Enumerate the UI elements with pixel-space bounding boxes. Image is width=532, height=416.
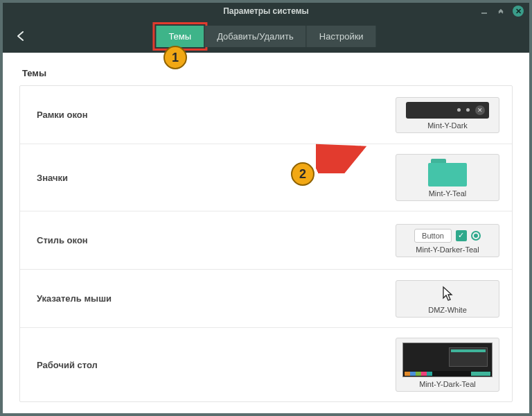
maximize-button[interactable] bbox=[496, 6, 506, 16]
row-desktop-label: Рабочий стол bbox=[37, 360, 98, 370]
svg-line-1 bbox=[319, 148, 362, 168]
window-title: Параметры системы bbox=[223, 6, 309, 16]
window-controls: ✕ bbox=[479, 6, 524, 17]
titlebar: Параметры системы ✕ bbox=[3, 3, 529, 19]
tab-settings[interactable]: Настройки bbox=[306, 26, 376, 47]
annotation-badge-2: 2 bbox=[291, 162, 314, 186]
row-controls: Стиль окон Button ✓ Mint-Y-Darker-Teal bbox=[20, 211, 512, 270]
row-desktop: Рабочий стол Mint-Y-Dark-Teal bbox=[20, 328, 512, 401]
annotation-badge-1-text: 1 bbox=[172, 51, 179, 65]
annotation-badge-2-text: 2 bbox=[299, 167, 306, 182]
row-icons: Значки Mint-Y-Teal bbox=[20, 144, 512, 211]
selector-desktop[interactable]: Mint-Y-Dark-Teal bbox=[396, 338, 499, 392]
annotation-arrow bbox=[316, 141, 371, 173]
controls-preview: Button ✓ bbox=[414, 229, 481, 243]
selector-icons-value: Mint-Y-Teal bbox=[429, 189, 467, 198]
desktop-preview bbox=[402, 343, 493, 377]
minimize-icon bbox=[457, 108, 461, 112]
back-button[interactable] bbox=[11, 26, 30, 46]
button-sample: Button bbox=[414, 229, 452, 243]
row-icons-label: Значки bbox=[37, 173, 68, 183]
selector-mouse-pointer[interactable]: DMZ-White bbox=[396, 280, 499, 318]
selector-icons[interactable]: Mint-Y-Teal bbox=[396, 154, 499, 201]
row-controls-label: Стиль окон bbox=[37, 235, 88, 245]
close-icon: ✕ bbox=[475, 105, 485, 115]
toolbar: Темы Добавить/Удалить Настройки bbox=[3, 19, 529, 53]
annotation-badge-1: 1 bbox=[163, 46, 187, 69]
tab-add-remove-label: Добавить/Удалить bbox=[217, 31, 294, 42]
settings-rows: Рамки окон ✕ Mint-Y-Dark Значки Min bbox=[19, 85, 513, 402]
minimize-button[interactable] bbox=[479, 6, 489, 16]
cursor-icon bbox=[441, 285, 454, 303]
selector-mouse-pointer-value: DMZ-White bbox=[428, 306, 467, 314]
selector-window-borders-value: Mint-Y-Dark bbox=[427, 121, 468, 130]
window-border-preview: ✕ bbox=[406, 102, 489, 119]
folder-icon bbox=[428, 159, 467, 187]
selector-window-borders[interactable]: ✕ Mint-Y-Dark bbox=[396, 97, 499, 133]
row-mouse-pointer-label: Указатель мыши bbox=[37, 293, 112, 304]
tab-themes[interactable]: Темы bbox=[156, 26, 204, 47]
tabs: Темы Добавить/Удалить Настройки bbox=[156, 26, 375, 47]
row-mouse-pointer: Указатель мыши DMZ-White bbox=[20, 270, 512, 328]
maximize-icon bbox=[466, 108, 470, 112]
content: Темы Рамки окон ✕ Mint-Y-Dark Значки bbox=[3, 53, 529, 413]
selector-controls[interactable]: Button ✓ Mint-Y-Darker-Teal bbox=[396, 224, 499, 257]
tab-add-remove[interactable]: Добавить/Удалить bbox=[204, 26, 306, 47]
selector-desktop-value: Mint-Y-Dark-Teal bbox=[419, 380, 476, 388]
selector-controls-value: Mint-Y-Darker-Teal bbox=[416, 245, 479, 254]
radio-icon bbox=[471, 231, 481, 241]
tab-themes-label: Темы bbox=[168, 31, 191, 42]
checkbox-icon: ✓ bbox=[456, 230, 467, 241]
tab-settings-label: Настройки bbox=[319, 31, 364, 42]
window-frame: Параметры системы ✕ Темы Добавить/Удалит… bbox=[0, 0, 532, 416]
row-window-borders: Рамки окон ✕ Mint-Y-Dark bbox=[20, 86, 512, 144]
close-button[interactable]: ✕ bbox=[513, 6, 524, 17]
row-window-borders-label: Рамки окон bbox=[37, 110, 88, 120]
section-title: Темы bbox=[19, 64, 513, 85]
